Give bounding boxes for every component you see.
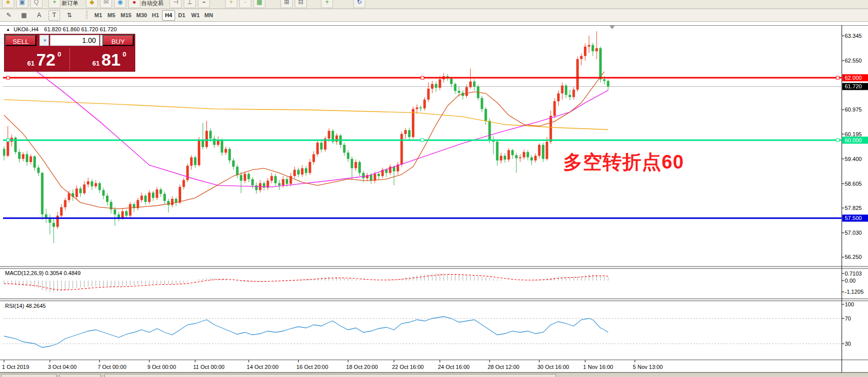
candle xyxy=(152,193,154,198)
tile-windows-icon[interactable]: ▦ xyxy=(253,0,265,8)
toolbar-grip[interactable] xyxy=(86,11,88,19)
svg-text:1 Nov 16:00: 1 Nov 16:00 xyxy=(583,364,613,370)
candle xyxy=(534,156,537,160)
new-window-icon[interactable]: ▣ xyxy=(16,0,28,8)
buy-button[interactable]: BUY xyxy=(102,35,134,46)
chart-line-icon[interactable]: ⌁ xyxy=(198,0,210,8)
candle xyxy=(347,152,349,158)
chart-text-annotation[interactable]: 多空转折点60 xyxy=(563,149,684,175)
svg-text:57.500: 57.500 xyxy=(845,215,862,221)
line-handle[interactable] xyxy=(836,76,839,79)
line-handle[interactable] xyxy=(7,76,10,79)
svg-text:57.825: 57.825 xyxy=(845,205,862,211)
new-order-icon[interactable]: + xyxy=(48,0,61,8)
timeframe-button-m15[interactable]: M15 xyxy=(118,10,134,21)
candle xyxy=(469,82,472,87)
collapse-triangle-icon[interactable]: ▲ xyxy=(6,27,10,32)
candle xyxy=(423,99,426,108)
buy-price-display[interactable]: 61 81 0 xyxy=(70,47,134,71)
cursor-tool-icon[interactable]: ✎ xyxy=(3,10,15,21)
add-indicator-icon[interactable]: + xyxy=(321,0,333,8)
line-handle[interactable] xyxy=(421,76,424,79)
candle xyxy=(305,168,307,173)
timeframe-button-mn[interactable]: MN xyxy=(201,10,216,21)
styles-icon[interactable]: ◆ xyxy=(86,0,98,8)
volume-input[interactable] xyxy=(50,35,99,46)
line-handle[interactable] xyxy=(7,139,10,142)
candle xyxy=(354,162,357,168)
timeframe-button-m5[interactable]: M5 xyxy=(104,10,118,21)
candle xyxy=(240,175,242,181)
candle xyxy=(106,196,108,202)
crosshair-tool-icon[interactable]: ▦ xyxy=(18,10,30,21)
buy-price-sup: 0 xyxy=(123,50,126,58)
chart-canvas[interactable]: 63.34562.55060.97560.19559.40058.60557.8… xyxy=(0,25,868,377)
autotrading-icon[interactable]: ● xyxy=(128,0,140,8)
favorites-icon[interactable]: ★ xyxy=(2,0,14,8)
sell-price-display[interactable]: 61 72 0 xyxy=(5,47,70,71)
label-tool-icon[interactable]: T xyxy=(48,10,60,21)
line-handle[interactable] xyxy=(421,139,424,142)
line-handle[interactable] xyxy=(836,139,839,142)
candle xyxy=(79,189,82,193)
candle xyxy=(316,143,319,154)
community-icon[interactable]: ◉ xyxy=(114,0,126,8)
candle xyxy=(255,185,258,190)
timeframe-button-h4[interactable]: H4 xyxy=(162,10,175,21)
candle xyxy=(553,101,556,116)
timeframe-button-h1[interactable]: H1 xyxy=(149,10,162,21)
refresh-icon[interactable]: ↻ xyxy=(353,0,365,8)
candle xyxy=(183,180,185,187)
candle xyxy=(599,48,602,79)
ohlc-values: 61.820 61.860 61.720 61.720 xyxy=(44,26,117,32)
chart-bars-icon[interactable]: ⊣ xyxy=(170,0,182,8)
autotrading-icon-label[interactable]: 自动交易 xyxy=(141,0,164,7)
svg-text:70: 70 xyxy=(845,315,851,321)
svg-text:62.550: 62.550 xyxy=(845,58,862,64)
svg-text:100: 100 xyxy=(845,301,854,307)
candle xyxy=(270,176,273,181)
candle xyxy=(412,109,414,137)
candle xyxy=(489,121,491,140)
sell-button[interactable]: SELL xyxy=(5,35,36,46)
arrows-tool-icon[interactable]: ⇅ xyxy=(64,10,75,21)
svg-text:30: 30 xyxy=(845,341,851,347)
timeframe-button-w1[interactable]: W1 xyxy=(188,10,203,21)
timeframe-button-m1[interactable]: M1 xyxy=(91,10,105,21)
zoom-out-icon[interactable]: - xyxy=(239,0,251,8)
new-order-icon-label[interactable]: 新订单 xyxy=(62,0,78,7)
text-tool-icon[interactable]: A xyxy=(33,10,45,21)
timeframe-button-m30[interactable]: M30 xyxy=(133,10,150,21)
svg-text:59.400: 59.400 xyxy=(845,156,862,162)
volume-decrease-button[interactable]: ▼ xyxy=(39,35,49,46)
status-cell xyxy=(59,374,101,377)
search-icon[interactable]: Q xyxy=(30,0,42,8)
chart-candles-icon[interactable]: ⊥ xyxy=(184,0,196,8)
svg-text:0.00: 0.00 xyxy=(845,278,855,284)
svg-text:24 Oct 16:00: 24 Oct 16:00 xyxy=(438,364,470,370)
mt4-window: ★▣Q+新订单◆✉◉●自动交易⊣⊥⌁+-▦⊞⊟+↻ ✎▦AT⇅M1M5M15M3… xyxy=(0,0,868,377)
candle xyxy=(358,162,361,173)
timeframe-button-d1[interactable]: D1 xyxy=(175,10,188,21)
svg-text:3 Oct 04:00: 3 Oct 04:00 xyxy=(48,364,77,370)
indicators-icon[interactable]: ⊞ xyxy=(281,0,293,8)
status-bar-strip xyxy=(0,372,868,377)
candle xyxy=(282,179,285,185)
candle xyxy=(232,160,235,167)
zoom-in-icon[interactable]: + xyxy=(225,0,237,8)
mailbox-icon[interactable]: ✉ xyxy=(100,0,112,8)
periods-icon[interactable]: ⊟ xyxy=(295,0,307,8)
candle xyxy=(508,150,510,159)
rsi-label: RSI(14) 48.2645 xyxy=(5,303,46,309)
candle xyxy=(408,130,411,137)
candle xyxy=(26,154,28,162)
candle xyxy=(458,91,460,93)
candle xyxy=(427,89,429,100)
candle xyxy=(565,86,567,95)
candle xyxy=(450,78,453,84)
main-toolbar: ★▣Q+新订单◆✉◉●自动交易⊣⊥⌁+-▦⊞⊟+↻ xyxy=(0,0,868,9)
candle xyxy=(30,156,32,162)
candle xyxy=(416,107,418,109)
candle xyxy=(118,214,120,218)
candle xyxy=(75,189,78,197)
